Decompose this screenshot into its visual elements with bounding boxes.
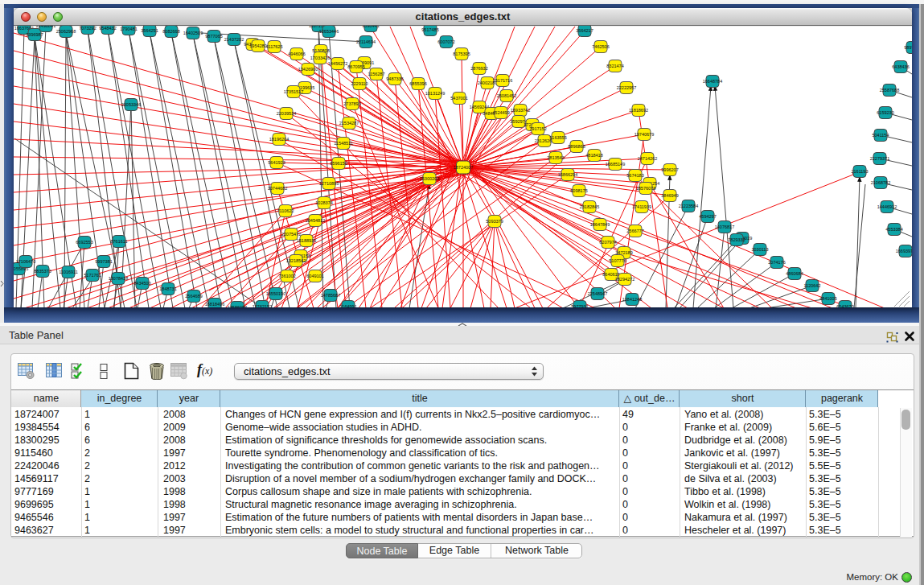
svg-text:14785687: 14785687	[321, 293, 340, 298]
svg-text:9877065: 9877065	[205, 34, 222, 39]
svg-text:8321474: 8321474	[606, 64, 623, 68]
svg-text:1954280: 1954280	[249, 43, 266, 48]
svg-text:9897858: 9897858	[904, 45, 912, 50]
svg-text:3564217: 3564217	[576, 28, 593, 33]
svg-text:8082668: 8082668	[162, 29, 179, 34]
svg-text:16685149: 16685149	[606, 162, 625, 167]
svg-text:5093379: 5093379	[486, 219, 503, 224]
svg-text:19740679: 19740679	[634, 132, 654, 137]
svg-text:2161193: 2161193	[851, 169, 868, 174]
svg-text:13426900: 13426900	[298, 67, 318, 72]
svg-text:3030113: 3030113	[751, 247, 768, 252]
svg-text:16402509: 16402509	[183, 31, 203, 35]
svg-text:4594297: 4594297	[699, 214, 716, 219]
svg-text:3846949: 3846949	[661, 193, 678, 198]
svg-text:9398441: 9398441	[362, 26, 379, 28]
svg-text:4117625: 4117625	[265, 44, 282, 49]
svg-text:18294272: 18294272	[615, 277, 634, 282]
svg-text:21068782: 21068782	[871, 180, 890, 185]
svg-text:2813543: 2813543	[547, 155, 564, 160]
svg-text:4946066: 4946066	[288, 51, 305, 56]
svg-text:21437202: 21437202	[224, 37, 244, 42]
svg-text:9997381: 9997381	[95, 259, 112, 264]
svg-text:5171761: 5171761	[84, 273, 101, 278]
svg-text:2566777: 2566777	[626, 229, 643, 233]
svg-text:24714262: 24714262	[638, 156, 657, 161]
svg-text:4524499: 4524499	[492, 110, 509, 115]
svg-text:10744682: 10744682	[268, 186, 287, 191]
svg-text:1120642: 1120642	[803, 283, 820, 288]
svg-text:6543670: 6543670	[836, 304, 853, 307]
svg-text:22279371: 22279371	[870, 156, 889, 161]
svg-text:9517485: 9517485	[421, 27, 438, 32]
svg-text:9548432: 9548432	[99, 26, 116, 31]
svg-text:4553384: 4553384	[885, 227, 902, 232]
svg-text:18647849: 18647849	[590, 222, 610, 227]
svg-text:9487336: 9487336	[386, 76, 403, 81]
svg-text:6159230: 6159230	[877, 110, 893, 115]
svg-text:12762152: 12762152	[253, 304, 272, 307]
svg-text:22114694: 22114694	[356, 39, 376, 44]
svg-text:15188935: 15188935	[297, 238, 316, 243]
svg-text:25081452: 25081452	[497, 93, 516, 98]
svg-text:6098175: 6098175	[570, 188, 587, 193]
svg-text:2229110: 2229110	[351, 81, 368, 86]
svg-text:18724007: 18724007	[454, 165, 473, 170]
svg-text:15171716: 15171716	[493, 78, 512, 83]
svg-text:10131249: 10131249	[425, 91, 445, 96]
svg-text:20053346: 20053346	[121, 102, 141, 107]
svg-text:6049101: 6049101	[306, 274, 323, 278]
svg-text:2737893: 2737893	[343, 101, 360, 106]
svg-text:1790481: 1790481	[120, 27, 137, 31]
svg-text:1848731: 1848731	[159, 286, 176, 291]
svg-text:2564689: 2564689	[185, 294, 202, 299]
svg-text:8835373: 8835373	[34, 269, 51, 274]
svg-text:22222957: 22222957	[617, 85, 636, 90]
svg-text:7073292: 7073292	[79, 26, 96, 31]
svg-text:11016911: 11016911	[59, 270, 78, 274]
svg-text:5641923: 5641923	[268, 160, 285, 165]
svg-text:1028374: 1028374	[315, 200, 332, 205]
svg-text:16818496: 16818496	[205, 302, 224, 307]
svg-text:8670955: 8670955	[347, 64, 364, 69]
svg-text:13586084: 13586084	[228, 305, 247, 307]
svg-text:12710895: 12710895	[319, 181, 339, 186]
svg-text:16648784: 16648784	[703, 79, 722, 84]
svg-text:25062968: 25062968	[56, 29, 76, 34]
svg-text:5437001: 5437001	[450, 96, 467, 101]
svg-text:2074176: 2074176	[768, 260, 785, 265]
svg-text:10841248: 10841248	[622, 297, 642, 302]
svg-text:6007072: 6007072	[437, 39, 454, 44]
svg-text:8434500: 8434500	[133, 281, 150, 286]
svg-text:16693979: 16693979	[896, 249, 912, 253]
svg-text:22075472: 22075472	[281, 232, 301, 237]
svg-text:5107776: 5107776	[609, 258, 626, 263]
svg-text:4818418: 4818418	[585, 153, 602, 158]
svg-text:7110622: 7110622	[277, 208, 294, 213]
svg-text:6692553: 6692553	[76, 240, 92, 245]
svg-text:17106470: 17106470	[16, 259, 35, 264]
svg-text:17033426: 17033426	[310, 56, 330, 60]
svg-text:6438436: 6438436	[892, 64, 909, 69]
svg-text:7917152: 7917152	[529, 126, 546, 131]
svg-text:21534287: 21534287	[339, 121, 359, 126]
svg-text:22548947: 22548947	[588, 291, 607, 296]
svg-text:13078418: 13078418	[109, 276, 128, 281]
svg-text:9996207: 9996207	[661, 167, 678, 172]
svg-text:11548511: 11548511	[334, 141, 353, 146]
svg-text:12653446: 12653446	[319, 29, 339, 34]
svg-text:14456272: 14456272	[328, 61, 347, 66]
svg-text:5977931: 5977931	[571, 304, 588, 307]
svg-text:6596150: 6596150	[330, 161, 347, 166]
svg-text:7829332: 7829332	[728, 237, 745, 242]
svg-text:7361002: 7361002	[278, 274, 295, 278]
svg-text:17411939: 17411939	[632, 204, 651, 209]
svg-text:18196204: 18196204	[269, 137, 289, 142]
svg-text:20454812: 20454812	[306, 218, 325, 223]
svg-text:18576076: 18576076	[636, 186, 655, 191]
svg-text:13218542: 13218542	[286, 258, 306, 263]
svg-text:15933742: 15933742	[511, 108, 530, 113]
svg-text:3564251: 3564251	[141, 28, 158, 33]
svg-text:2876932: 2876932	[470, 66, 487, 71]
svg-text:14076817: 14076817	[715, 225, 734, 229]
